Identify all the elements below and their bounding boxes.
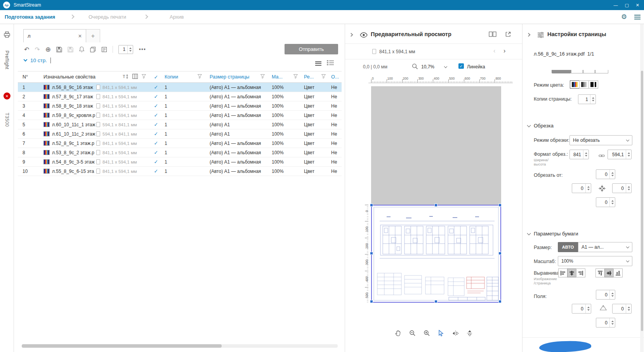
save-icon[interactable] [56,47,62,52]
ruler-checkbox[interactable]: ✓ [458,63,464,69]
row-copies[interactable]: 1 [161,157,206,166]
job-copies-stepper[interactable] [127,45,133,54]
selection-handle[interactable] [370,204,373,207]
collapse-panel-chevron-icon[interactable] [349,33,353,37]
paper-section-header[interactable]: Параметры бумаги [528,231,578,237]
row-include-check-icon[interactable]: ✓ [151,129,161,138]
columns-layout-icon[interactable] [132,74,138,80]
row-copies[interactable]: 1 [161,111,206,120]
horizontal-scrollbar[interactable] [22,344,338,348]
table-row[interactable]: 10л.55_8_9с_6-15 эта841,1 x 594,1 мм✓1(А… [18,167,342,176]
selection-handle[interactable] [370,300,373,303]
table-row[interactable]: 9л.54_8_9с_3-5 этаж841,1 x 594,1 мм✓1(Ав… [18,157,342,167]
col-scale[interactable]: Ма... [272,74,283,80]
nav-job-preparation[interactable]: Подготовка задания [5,14,55,20]
row-include-check-icon[interactable]: ✓ [151,92,161,101]
paper-size-auto-button[interactable]: АВТО [558,242,578,252]
table-row[interactable]: 3л.58_8_9с_18 этаж841,1 x 594,1 мм✓1(Авт… [18,101,342,111]
row-copies[interactable]: 1 [161,139,206,148]
col-crop[interactable]: О... [331,74,339,80]
row-include-check-icon[interactable]: ✓ [151,120,161,129]
align-middle-button[interactable] [604,268,614,277]
filter-funnel-icon[interactable] [260,74,265,80]
error-badge-icon[interactable]: ✕ [3,92,10,99]
selection-handle[interactable] [370,252,373,255]
detail-view-icon[interactable] [327,60,334,67]
undo-icon[interactable]: ↶ [24,46,29,53]
page-copies-input[interactable]: 1 [578,94,596,104]
tab-close-icon[interactable]: ✕ [78,33,82,39]
row-include-check-icon[interactable]: ✓ [151,157,161,166]
scrollbar-thumb[interactable] [641,71,643,331]
selection-handle[interactable] [498,300,502,303]
more-options-icon[interactable]: ⋯ [139,45,146,54]
table-row[interactable]: 5л.60_10_11с_1 этаж594,1 x 841,1 мм✓1(Ав… [18,120,342,129]
select-pointer-icon[interactable] [438,330,444,338]
settings-scrollbar[interactable] [640,24,644,352]
row-copies[interactable]: 1 [161,101,206,110]
filter-funnel-icon[interactable] [293,74,298,80]
minimize-button[interactable]: — [613,3,618,8]
row-include-check-icon[interactable]: ✓ [151,83,161,92]
margin-left-input[interactable]: 0 [572,304,591,314]
paper-size-dropdown[interactable]: A1 — ал... [578,242,632,252]
color-mode-mono-button[interactable] [588,80,598,89]
redo-icon[interactable]: ↷ [35,46,40,53]
new-tab-button[interactable]: + [86,29,100,42]
maximize-button[interactable]: ▢ [625,3,628,8]
stepper[interactable] [585,184,591,193]
pan-hand-icon[interactable] [395,330,401,338]
selection-handle[interactable] [434,300,437,303]
paper-scale-dropdown[interactable]: 100% [558,256,632,266]
notifications-bell-icon[interactable] [79,46,85,52]
align-top-button[interactable] [595,268,605,277]
compact-view-icon[interactable] [315,60,321,66]
stepper[interactable] [609,170,615,179]
table-row[interactable]: 6л.61_10_11с_2 этаж594,1 x 841,1 мм✓1(Ав… [18,129,342,139]
row-copies[interactable]: 1 [161,120,206,129]
collapse-panel-chevron-icon[interactable] [527,33,531,37]
table-row[interactable]: 4л.59_8_9с_кровля.р841,1 x 594,1 мм✓1(Ав… [18,111,342,120]
margin-bottom-input[interactable]: 0 [596,318,615,328]
color-mode-gray-button[interactable] [579,80,589,89]
zoom-in-icon[interactable] [424,330,430,338]
nav-archive[interactable]: Архив [170,14,184,20]
row-copies[interactable]: 1 [161,148,206,157]
crop-offset-top-input[interactable]: 0 [596,169,615,179]
pages-count-label[interactable]: 10 стр. [30,58,47,63]
link-chain-icon[interactable] [599,152,605,159]
row-include-check-icon[interactable]: ✓ [151,167,161,176]
row-copies[interactable]: 1 [161,167,206,176]
stepper[interactable] [590,95,595,104]
color-mode-color-button[interactable] [570,80,580,89]
stepper[interactable] [626,184,631,193]
scrollbar-thumb[interactable] [22,344,222,348]
filter-funnel-icon[interactable] [142,74,146,80]
prev-page-arrow-icon[interactable]: ‹ [493,47,495,54]
send-button[interactable]: Отправить [285,44,338,54]
crop-mode-dropdown[interactable]: Не обрезать [569,135,632,145]
zoom-dropdown-chevron-icon[interactable] [444,65,447,68]
open-in-new-window-icon[interactable] [505,31,511,39]
selection-handle[interactable] [498,252,502,255]
row-copies[interactable]: 1 [161,129,206,138]
spread-view-icon[interactable] [489,31,496,39]
col-color-mode[interactable]: Ре... [304,74,314,80]
stepper[interactable] [609,198,615,207]
table-row[interactable]: 8л.53_8_9с_2 этаж.р841,1 x 594,1 мм✓1(Ав… [18,148,342,157]
table-row[interactable]: 2л.57_8_9с_17 этаж841,1 x 594,1 мм✓1(Авт… [18,92,342,101]
menu-hamburger-icon[interactable] [634,14,641,21]
align-center-h-button[interactable] [567,268,576,277]
preflight-tab[interactable]: Preflight [4,51,10,70]
table-row[interactable]: 7л.52_8_9с_1 этаж.р841,1 x 594,1 мм✓1(Ав… [18,139,342,148]
row-include-check-icon[interactable]: ✓ [151,111,161,120]
row-include-check-icon[interactable]: ✓ [151,148,161,157]
align-bottom-button[interactable] [613,268,623,277]
filter-funnel-icon[interactable] [198,74,202,80]
crop-offset-left-input[interactable]: 0 [572,183,591,193]
crop-offset-right-input[interactable]: 0 [612,183,632,193]
zoom-out-icon[interactable] [409,330,416,338]
stepper[interactable] [626,150,631,159]
margin-top-input[interactable]: 0 [596,290,615,300]
align-right-button[interactable] [576,268,585,277]
